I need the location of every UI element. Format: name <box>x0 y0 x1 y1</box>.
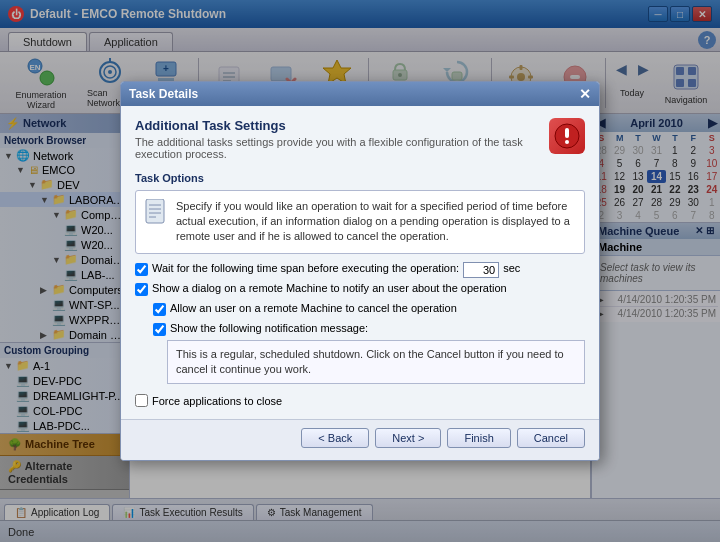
time-unit-label: sec <box>503 262 520 274</box>
wait-time-row: Wait for the following time span before … <box>135 262 585 278</box>
svg-point-41 <box>565 140 569 144</box>
svg-rect-40 <box>565 128 569 138</box>
back-button[interactable]: < Back <box>301 428 369 448</box>
modal-overlay: Task Details ✕ Additional Task Settings … <box>0 0 720 542</box>
show-notification-label: Show the following notification message: <box>170 322 368 334</box>
modal-header-icon <box>549 118 585 154</box>
show-dialog-label: Show a dialog on a remote Machine to not… <box>152 282 507 294</box>
task-options-box: Specify if you would like an operation t… <box>135 190 585 254</box>
modal-close-button[interactable]: ✕ <box>579 86 591 102</box>
task-options-title: Task Options <box>135 172 585 184</box>
wait-time-checkbox[interactable] <box>135 263 148 276</box>
modal-footer: < Back Next > Finish Cancel <box>121 419 599 460</box>
allow-cancel-label: Allow an user on a remote Machine to can… <box>170 302 457 314</box>
show-notification-checkbox[interactable] <box>153 323 166 336</box>
force-close-row: Force applications to close <box>135 394 585 407</box>
show-dialog-row: Show a dialog on a remote Machine to not… <box>135 282 585 296</box>
task-options-icon <box>144 199 168 245</box>
finish-button[interactable]: Finish <box>447 428 510 448</box>
modal-title-bar: Task Details ✕ <box>121 82 599 106</box>
allow-cancel-checkbox[interactable] <box>153 303 166 316</box>
svg-rect-42 <box>146 199 164 223</box>
show-dialog-checkbox[interactable] <box>135 283 148 296</box>
notification-text-box: This is a regular, scheduled shutdown. C… <box>167 340 585 385</box>
wait-time-label: Wait for the following time span before … <box>152 262 459 274</box>
time-value-input[interactable] <box>463 262 499 278</box>
allow-cancel-row: Allow an user on a remote Machine to can… <box>153 302 585 316</box>
wait-time-text: Wait for the following time span before … <box>152 262 459 274</box>
task-details-modal: Task Details ✕ Additional Task Settings … <box>120 81 600 462</box>
modal-body: Additional Task Settings The additional … <box>121 106 599 420</box>
modal-header-subtitle: The additional tasks settings provide yo… <box>135 136 539 160</box>
force-close-label: Force applications to close <box>152 395 282 407</box>
modal-header-area: Additional Task Settings The additional … <box>135 118 585 160</box>
modal-title-text: Task Details <box>129 87 198 101</box>
show-notification-row: Show the following notification message: <box>153 322 585 336</box>
task-options-description: Specify if you would like an operation t… <box>176 199 576 245</box>
modal-header-text: Additional Task Settings The additional … <box>135 118 539 160</box>
modal-header-title: Additional Task Settings <box>135 118 539 133</box>
next-button[interactable]: Next > <box>375 428 441 448</box>
force-close-checkbox[interactable] <box>135 394 148 407</box>
notification-text: This is a regular, scheduled shutdown. C… <box>176 348 564 375</box>
cancel-button[interactable]: Cancel <box>517 428 585 448</box>
